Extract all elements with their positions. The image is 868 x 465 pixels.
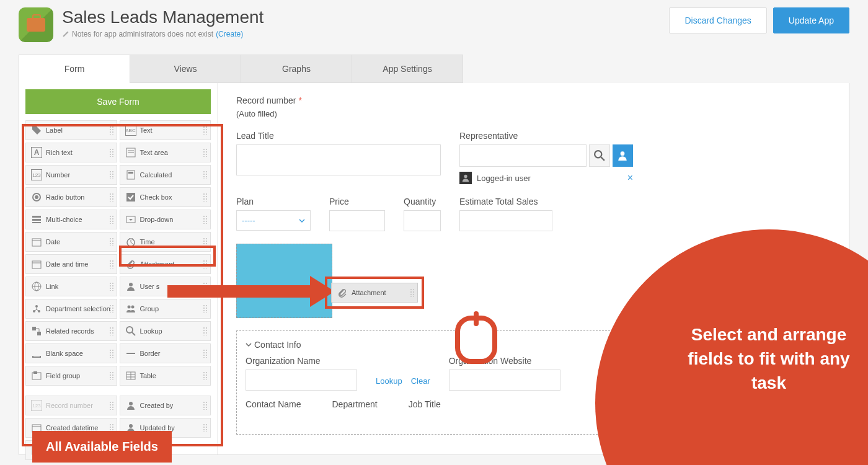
- field-border[interactable]: Border: [120, 343, 211, 363]
- field-text-area[interactable]: Text area: [120, 143, 211, 162]
- field-created-by[interactable]: Created by: [120, 396, 211, 415]
- plan-label: Plan: [236, 197, 311, 206]
- department-label: Department: [332, 399, 377, 409]
- app-title: Sales Leads Management: [62, 7, 264, 27]
- svg-rect-48: [474, 311, 479, 326]
- lead-title-input[interactable]: [236, 144, 441, 175]
- org-website-input[interactable]: [449, 370, 560, 391]
- field-department-selection[interactable]: Department selection: [25, 299, 117, 319]
- svg-rect-7: [126, 193, 135, 202]
- svg-point-24: [127, 306, 130, 309]
- field-related-records[interactable]: Related records: [25, 321, 117, 341]
- field-label[interactable]: Label: [25, 120, 117, 140]
- chevron-down-icon: [246, 342, 252, 348]
- representative-user-button[interactable]: [613, 144, 633, 167]
- update-app-button[interactable]: Update App: [773, 7, 849, 33]
- record-number-label: Record number *: [236, 95, 830, 105]
- auto-filled-text: (Auto filled): [236, 109, 830, 118]
- field-date[interactable]: Date: [25, 232, 117, 252]
- list-icon: [31, 214, 42, 225]
- annotation-circle-text: Select and arrange fields to fit with an…: [670, 322, 868, 396]
- logged-in-user-chip: Logged-in user ×: [459, 172, 633, 184]
- field-record-number[interactable]: 123Record number: [25, 396, 117, 415]
- representative-label: Representative: [459, 131, 633, 141]
- field-radio-button[interactable]: Radio button: [25, 187, 117, 207]
- remove-user-button[interactable]: ×: [627, 172, 633, 184]
- save-form-button[interactable]: Save Form: [25, 89, 211, 114]
- svg-rect-27: [37, 332, 41, 335]
- field-dropdown[interactable]: Drop-down: [120, 210, 211, 229]
- discard-button[interactable]: Discard Changes: [669, 7, 766, 33]
- textarea-icon: [125, 147, 136, 158]
- field-palette-sidebar: Save Form Label ABCText ARich text Text …: [19, 83, 218, 454]
- 123-icon: 123: [31, 400, 42, 411]
- abc-icon: ABC: [125, 125, 136, 136]
- lookup-link[interactable]: Lookup: [376, 376, 402, 386]
- representative-search-button[interactable]: [589, 144, 609, 167]
- field-time[interactable]: Time: [120, 232, 211, 252]
- field-palette: Label ABCText ARich text Text area 123Nu…: [25, 120, 211, 460]
- plan-select[interactable]: -----: [236, 210, 311, 231]
- field-table[interactable]: Table: [120, 366, 211, 386]
- svg-point-37: [129, 402, 133, 405]
- dropdown-icon: [125, 214, 136, 225]
- org-name-label: Organization Name: [246, 356, 357, 366]
- svg-point-45: [621, 151, 625, 156]
- field-field-group[interactable]: Field group: [25, 366, 117, 386]
- annotation-dragged-field: Attachment: [325, 277, 424, 309]
- field-lookup[interactable]: Lookup: [120, 321, 211, 341]
- svg-line-44: [601, 157, 604, 161]
- radio-icon: [31, 192, 42, 203]
- svg-point-43: [595, 151, 601, 157]
- app-icon: [19, 7, 53, 42]
- field-checkbox[interactable]: Check box: [120, 187, 211, 207]
- paperclip-icon: [125, 259, 136, 270]
- field-number[interactable]: 123Number: [25, 165, 117, 185]
- annotation-fields-label: All Available Fields: [32, 431, 172, 463]
- briefcase-icon: [27, 18, 45, 32]
- clear-link[interactable]: Clear: [411, 376, 430, 386]
- tab-form[interactable]: Form: [19, 55, 130, 83]
- user-avatar-icon: [459, 172, 472, 184]
- svg-rect-15: [32, 261, 41, 268]
- app-subtitle: Notes for app administrators does not ex…: [62, 30, 264, 38]
- field-user-selection[interactable]: User s: [120, 277, 211, 296]
- tab-app-settings[interactable]: App Settings: [352, 55, 463, 83]
- field-link[interactable]: Link: [25, 277, 117, 296]
- field-calculated[interactable]: Calculated: [120, 165, 211, 185]
- svg-point-25: [131, 306, 134, 309]
- org-name-input[interactable]: [246, 370, 357, 391]
- job-title-label: Job Title: [409, 399, 441, 409]
- svg-point-20: [129, 283, 133, 286]
- blank-icon: [31, 348, 42, 359]
- create-notes-link[interactable]: (Create): [216, 30, 243, 38]
- tab-views[interactable]: Views: [130, 55, 241, 83]
- field-group-selection[interactable]: Group: [120, 299, 211, 319]
- dropzone[interactable]: [236, 244, 332, 318]
- field-date-and-time[interactable]: Date and time: [25, 254, 117, 274]
- svg-rect-26: [32, 327, 36, 330]
- svg-rect-4: [128, 172, 133, 174]
- field-text[interactable]: ABCText: [120, 120, 211, 140]
- field-blank-space[interactable]: Blank space: [25, 343, 117, 363]
- field-multi-choice[interactable]: Multi-choice: [25, 210, 117, 229]
- quantity-input[interactable]: [404, 210, 441, 231]
- tab-graphs[interactable]: Graphs: [241, 55, 352, 83]
- user-icon: [617, 150, 628, 161]
- field-rich-text[interactable]: ARich text: [25, 143, 117, 162]
- app-title-area: Sales Leads Management Notes for app adm…: [62, 7, 264, 38]
- svg-point-40: [129, 424, 133, 428]
- price-input[interactable]: [329, 210, 385, 231]
- calendar-icon: [31, 236, 42, 247]
- svg-rect-8: [32, 216, 41, 218]
- representative-input[interactable]: [459, 144, 587, 167]
- estimate-input[interactable]: [459, 210, 552, 231]
- svg-point-46: [464, 175, 467, 178]
- user-icon: [125, 400, 136, 411]
- globe-icon: [31, 281, 42, 292]
- tabs: Form Views Graphs App Settings: [19, 55, 849, 83]
- svg-rect-10: [32, 222, 41, 223]
- field-attachment[interactable]: Attachment: [120, 254, 211, 274]
- a-icon: A: [31, 147, 42, 158]
- svg-point-6: [35, 195, 38, 199]
